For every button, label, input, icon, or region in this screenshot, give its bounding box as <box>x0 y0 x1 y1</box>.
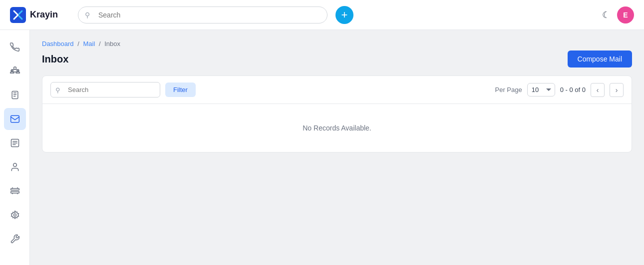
svg-rect-9 <box>10 192 19 193</box>
sidebar-item-tools[interactable] <box>4 228 26 250</box>
theme-toggle-button[interactable]: ☾ <box>602 10 610 20</box>
pagination-info: 0 - 0 of 0 <box>560 86 586 94</box>
inbox-card: ⚲ Filter Per Page 10 25 50 100 0 - 0 of … <box>42 76 632 152</box>
avatar[interactable]: E <box>617 6 634 24</box>
sidebar-item-calls[interactable] <box>4 36 26 58</box>
table-search-icon: ⚲ <box>55 86 60 94</box>
global-search-icon: ⚲ <box>85 11 90 19</box>
per-page-select[interactable]: 10 25 50 100 <box>527 83 555 96</box>
sidebar-item-products[interactable] <box>4 180 26 202</box>
svg-point-7 <box>13 164 16 167</box>
empty-state: No Records Available. <box>42 104 632 152</box>
breadcrumb-mail[interactable]: Mail <box>83 40 95 48</box>
per-page-label: Per Page <box>495 86 522 94</box>
sidebar <box>0 30 30 265</box>
main-layout: Dashboard / Mail / Inbox Inbox Compose M… <box>0 30 644 265</box>
svg-rect-5 <box>10 116 19 122</box>
card-toolbar: ⚲ Filter Per Page 10 25 50 100 0 - 0 of … <box>42 76 632 104</box>
logo: Krayin <box>10 7 70 23</box>
svg-rect-8 <box>10 188 19 190</box>
breadcrumb-sep1: / <box>77 40 79 48</box>
breadcrumb-current: Inbox <box>104 40 120 48</box>
header-right: ☾ E <box>602 6 634 24</box>
page-header: Inbox Compose Mail <box>42 50 632 68</box>
main-content: Dashboard / Mail / Inbox Inbox Compose M… <box>30 30 644 265</box>
prev-page-button[interactable]: ‹ <box>591 83 605 97</box>
table-search-input[interactable] <box>50 82 160 98</box>
empty-state-message: No Records Available. <box>303 124 371 132</box>
breadcrumb-sep2: / <box>99 40 101 48</box>
add-button[interactable]: + <box>335 6 353 24</box>
svg-rect-4 <box>12 92 18 99</box>
pagination-controls: Per Page 10 25 50 100 0 - 0 of 0 ‹ › <box>495 83 624 97</box>
global-search-bar: ⚲ <box>78 6 327 24</box>
compose-mail-button[interactable]: Compose Mail <box>568 50 632 68</box>
breadcrumb: Dashboard / Mail / Inbox <box>42 40 632 48</box>
svg-point-10 <box>13 214 16 216</box>
sidebar-item-notes[interactable] <box>4 132 26 154</box>
global-search-input[interactable] <box>78 6 327 24</box>
filter-button[interactable]: Filter <box>165 82 196 97</box>
table-search-container: ⚲ <box>50 82 160 98</box>
next-page-button[interactable]: › <box>610 83 624 97</box>
page-title: Inbox <box>42 54 68 65</box>
sidebar-item-tasks[interactable] <box>4 84 26 106</box>
sidebar-item-mail[interactable] <box>4 108 26 130</box>
breadcrumb-dashboard[interactable]: Dashboard <box>42 40 74 48</box>
logo-icon <box>10 7 26 23</box>
sidebar-item-settings[interactable] <box>4 204 26 226</box>
app-header: Krayin ⚲ + ☾ E <box>0 0 644 30</box>
logo-text: Krayin <box>30 10 58 20</box>
sidebar-item-contacts[interactable] <box>4 60 26 82</box>
sidebar-item-person[interactable] <box>4 156 26 178</box>
